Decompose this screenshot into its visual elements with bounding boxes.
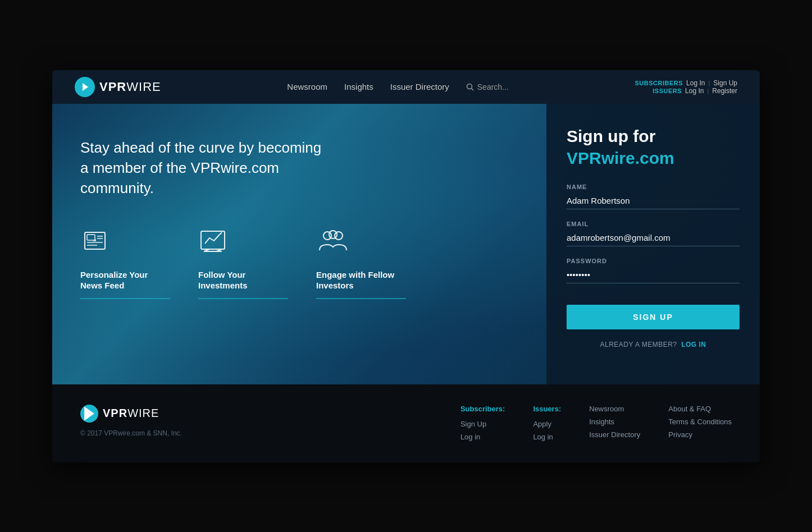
search-placeholder: Search... (477, 82, 509, 91)
signup-button[interactable]: SIGN UP (567, 305, 740, 329)
divider1: | (708, 80, 710, 86)
logo-icon (75, 77, 95, 97)
svg-marker-17 (84, 406, 94, 420)
hero-content: Stay ahead of the curve by becoming a me… (52, 104, 546, 384)
features-list: Personalize Your News Feed (80, 227, 518, 299)
footer-issuers-title[interactable]: Issuers: (533, 405, 561, 413)
feature-personalize-line (80, 298, 170, 299)
subscribers-login[interactable]: Log In (686, 79, 705, 87)
footer-right: Subscribers: Sign Up Log in Issuers: App… (460, 405, 732, 446)
footer-copyright: © 2017 VPRwire.com & SNN, Inc. (80, 429, 182, 437)
browser-window: VPRWIRE Newsroom Insights Issuer Directo… (52, 70, 760, 462)
svg-line-2 (471, 88, 473, 90)
navbar: VPRWIRE Newsroom Insights Issuer Directo… (52, 70, 760, 104)
footer-issuers-apply[interactable]: Apply (533, 420, 561, 428)
footer-subscribers-login[interactable]: Log in (460, 433, 505, 441)
signup-title: Sign up for (567, 126, 740, 146)
nav-issuer-directory[interactable]: Issuer Directory (390, 82, 449, 91)
logo[interactable]: VPRWIRE (75, 77, 161, 97)
news-icon (80, 227, 114, 260)
footer-subscribers-col: Subscribers: Sign Up Log in (460, 405, 505, 446)
nav-newsroom[interactable]: Newsroom (287, 82, 327, 91)
footer-insights[interactable]: Insights (589, 418, 640, 426)
footer-issuers-login[interactable]: Log in (533, 433, 561, 441)
name-input[interactable] (567, 194, 740, 209)
hero-section: Stay ahead of the curve by becoming a me… (52, 104, 760, 384)
feature-engage: Engage with Fellow Investors (316, 227, 406, 299)
feature-follow-label: Follow Your Investments (198, 269, 288, 291)
svg-point-15 (335, 232, 343, 240)
footer-terms[interactable]: Terms & Conditions (668, 418, 732, 426)
subscribers-signup[interactable]: Sign Up (713, 79, 737, 87)
svg-marker-0 (83, 83, 88, 91)
feature-engage-line (316, 298, 406, 299)
issuers-row: ISSUERS Log In | Register (653, 87, 737, 95)
subscribers-label: SUBSCRIBERS (635, 80, 683, 86)
password-group: PASSWORD (567, 258, 740, 283)
nav-links: Newsroom Insights Issuer Directory Searc… (287, 82, 508, 91)
subscribers-row: SUBSCRIBERS Log In | Sign Up (635, 79, 737, 87)
footer-play-icon (80, 405, 98, 423)
issuers-label: ISSUERS (653, 88, 682, 94)
feature-follow: Follow Your Investments (198, 227, 288, 299)
footer-logo-icon (80, 405, 98, 423)
people-icon (316, 227, 350, 260)
already-member-text: ALREADY A MEMBER? LOG IN (567, 341, 740, 348)
footer-company-col: About & FAQ Terms & Conditions Privacy (668, 405, 732, 446)
issuers-register[interactable]: Register (712, 87, 737, 95)
chart-icon (198, 227, 232, 260)
login-link[interactable]: LOG IN (681, 341, 706, 348)
footer-issuer-directory[interactable]: Issuer Directory (589, 430, 640, 439)
footer: VPRWIRE © 2017 VPRwire.com & SNN, Inc. S… (52, 384, 760, 462)
footer-subscribers-title[interactable]: Subscribers: (460, 405, 505, 413)
divider2: | (707, 88, 709, 94)
footer-logo-text: VPRWIRE (103, 407, 159, 420)
svg-point-1 (467, 84, 472, 89)
password-input[interactable] (567, 268, 740, 283)
logo-text: VPRWIRE (99, 80, 161, 94)
footer-logo[interactable]: VPRWIRE (80, 405, 182, 423)
nav-insights[interactable]: Insights (344, 82, 373, 91)
footer-newsroom[interactable]: Newsroom (589, 405, 640, 413)
feature-personalize: Personalize Your News Feed (80, 227, 170, 299)
feature-personalize-label: Personalize Your News Feed (80, 269, 170, 291)
email-input[interactable] (567, 231, 740, 246)
play-icon (80, 82, 90, 92)
name-group: NAME (567, 184, 740, 209)
svg-point-16 (329, 231, 337, 239)
issuers-login[interactable]: Log In (685, 87, 704, 95)
svg-point-14 (323, 232, 331, 240)
signup-title-accent: VPRwire.com (567, 149, 740, 168)
footer-privacy[interactable]: Privacy (668, 430, 732, 439)
svg-rect-4 (87, 235, 95, 240)
feature-follow-line (198, 298, 288, 299)
email-group: EMAIL (567, 221, 740, 246)
name-label: NAME (567, 184, 740, 190)
footer-issuers-col: Issuers: Apply Log in (533, 405, 561, 446)
password-label: PASSWORD (567, 258, 740, 264)
hero-tagline: Stay ahead of the curve by becoming a me… (80, 137, 327, 199)
footer-about-faq[interactable]: About & FAQ (668, 405, 732, 413)
footer-resources-col: Newsroom Insights Issuer Directory (589, 405, 640, 446)
signup-panel: Sign up for VPRwire.com NAME EMAIL PASSW… (546, 104, 760, 384)
footer-left: VPRWIRE © 2017 VPRwire.com & SNN, Inc. (80, 405, 182, 437)
email-label: EMAIL (567, 221, 740, 227)
search-area[interactable]: Search... (466, 82, 509, 91)
nav-right: SUBSCRIBERS Log In | Sign Up ISSUERS Log… (635, 79, 737, 95)
search-icon (466, 83, 474, 91)
footer-subscribers-signup[interactable]: Sign Up (460, 420, 505, 428)
feature-engage-label: Engage with Fellow Investors (316, 269, 406, 291)
